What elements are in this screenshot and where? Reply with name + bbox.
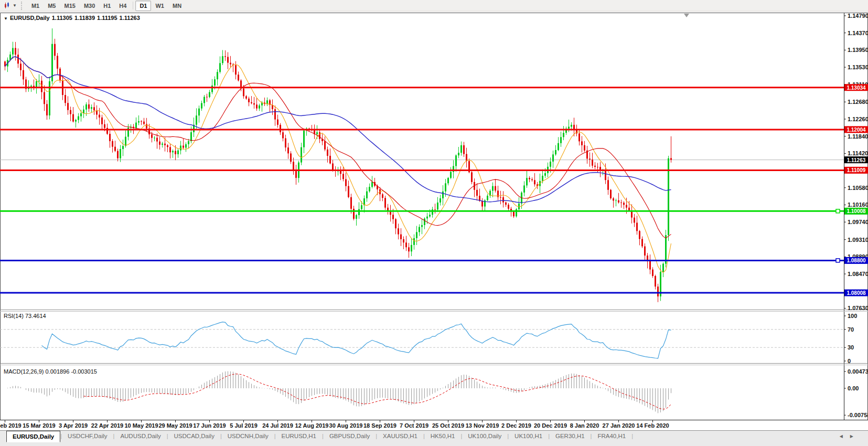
svg-text:30 Aug 2019: 30 Aug 2019 [329, 422, 363, 429]
svg-text:18 Sep 2019: 18 Sep 2019 [363, 422, 397, 429]
svg-text:20 Dec 2019: 20 Dec 2019 [534, 422, 567, 429]
tab-uk100-h1[interactable]: UK100,H1 [509, 431, 548, 441]
chart-symbol-label: EURUSD,Daily [10, 15, 50, 21]
chart-type-button[interactable]: ▼ [2, 2, 19, 9]
svg-text:70: 70 [848, 326, 854, 333]
hline-drag-handle [836, 259, 840, 262]
svg-text:1.11840: 1.11840 [848, 133, 868, 140]
date-axis: 25 Feb 201915 Mar 20193 Apr 201922 Apr 2… [0, 420, 669, 429]
svg-text:24 Jul 2019: 24 Jul 2019 [262, 422, 293, 429]
svg-text:1.10580: 1.10580 [848, 185, 868, 191]
tab-hk50-h1[interactable]: HK50,H1 [425, 431, 461, 441]
svg-text:2 Dec 2019: 2 Dec 2019 [501, 422, 531, 429]
tab-fra40-h1[interactable]: FRA40,H1 [592, 431, 631, 441]
timeframe-button-M5[interactable]: M5 [44, 1, 60, 11]
svg-text:22 Apr 2019: 22 Apr 2019 [91, 422, 123, 429]
rsi-line [42, 322, 671, 358]
timeframe-button-W1[interactable]: W1 [151, 1, 168, 11]
timeframe-buttons: M1M5M15M30H1H4D1W1MN [27, 1, 186, 11]
timeframe-button-H1[interactable]: H1 [99, 1, 115, 11]
price-axis: 1.147901.143701.139501.135301.131101.126… [844, 13, 868, 418]
svg-text:5 Jul 2019: 5 Jul 2019 [230, 422, 258, 429]
candlestick-chart-icon [4, 2, 12, 9]
svg-text:1.11009: 1.11009 [847, 167, 866, 173]
svg-text:0.00: 0.00 [848, 385, 859, 391]
svg-text:1.09310: 1.09310 [848, 237, 868, 243]
svg-text:1.12680: 1.12680 [848, 99, 868, 105]
tab-eurusd-daily[interactable]: EURUSD,Daily [6, 431, 60, 442]
svg-text:1.08008: 1.08008 [846, 290, 866, 296]
svg-text:1.09740: 1.09740 [848, 219, 868, 225]
ohlc-close: 1.11263 [120, 15, 140, 21]
tab-scroll-right-icon[interactable]: ▶ [850, 434, 853, 439]
svg-text:1.14370: 1.14370 [848, 30, 868, 36]
svg-text:1.08470: 1.08470 [848, 271, 868, 277]
tab-gbpusd-daily[interactable]: GBPUSD,Daily [324, 431, 376, 441]
chevron-down-icon: ▼ [13, 3, 17, 8]
svg-text:1.10008: 1.10008 [846, 208, 866, 214]
rsi-indicator-label: RSI(14) 73.4614 [4, 313, 46, 319]
hline-1.08800[interactable] [0, 259, 844, 262]
shift-marker-icon [684, 14, 689, 17]
tab-usdchf-daily[interactable]: USDCHF,Daily [62, 431, 113, 441]
svg-text:1.13530: 1.13530 [848, 64, 868, 70]
svg-text:100: 100 [848, 313, 857, 319]
svg-text:7 Oct 2019: 7 Oct 2019 [400, 422, 428, 429]
chart-frame [0, 13, 868, 420]
timeframe-button-M30[interactable]: M30 [80, 1, 99, 11]
tab-xauusd-h1[interactable]: XAUUSD,H1 [377, 431, 423, 441]
svg-text:1.13034: 1.13034 [846, 85, 866, 91]
svg-text:10 May 2019: 10 May 2019 [124, 422, 158, 429]
svg-text:-0.0075844: -0.0075844 [848, 412, 868, 418]
svg-text:25 Oct 2019: 25 Oct 2019 [432, 422, 464, 429]
svg-text:0: 0 [848, 358, 851, 364]
tab-uk100-daily[interactable]: UK100,Daily [462, 431, 507, 441]
chart-canvas[interactable]: 1.147901.143701.139501.135301.131101.126… [0, 12, 868, 430]
price-marker-1.10008: 1.10008 [844, 208, 868, 215]
symbol-tabs: EURUSD,Daily|USDCHF,Daily|AUDUSD,Daily|U… [6, 431, 633, 442]
price-marker-1.13034: 1.13034 [844, 84, 868, 91]
symbol-tab-bar: EURUSD,Daily|USDCHF,Daily|AUDUSD,Daily|U… [0, 430, 868, 446]
svg-text:1.12004: 1.12004 [846, 127, 866, 133]
svg-text:29 May 2019: 29 May 2019 [158, 422, 192, 429]
price-marker-1.11263: 1.11263 [844, 156, 868, 163]
svg-text:17 Jun 2019: 17 Jun 2019 [193, 422, 226, 429]
price-marker-1.08800: 1.08800 [844, 257, 868, 264]
svg-text:1.08800: 1.08800 [846, 258, 866, 263]
tab-eurusd-h1[interactable]: EURUSD,H1 [276, 431, 322, 441]
svg-text:25 Feb 2019: 25 Feb 2019 [0, 422, 22, 429]
macd-indicator-label: MACD(12,26,9) 0.001896 -0.003015 [4, 368, 97, 375]
svg-text:1.10160: 1.10160 [848, 201, 868, 208]
svg-text:1.13950: 1.13950 [848, 47, 868, 53]
rsi-panel [0, 330, 844, 347]
hline-drag-handle [836, 209, 840, 213]
tab-usdcnh-daily[interactable]: USDCNH,Daily [222, 431, 274, 441]
ohlc-low: 1.11195 [97, 15, 117, 21]
svg-text:27 Jan 2020: 27 Jan 2020 [603, 422, 635, 429]
svg-text:0.004738: 0.004738 [848, 368, 868, 375]
tab-usdcad-daily[interactable]: USDCAD,Daily [168, 431, 220, 441]
symbol-dropdown-icon[interactable]: ▼ [4, 16, 8, 21]
chart-title: ▼EURUSD,Daily1.113051.118391.111951.1126… [4, 15, 140, 21]
tab-scroll-left-icon[interactable]: ◀ [840, 434, 843, 439]
svg-text:1.12260: 1.12260 [848, 116, 868, 122]
timeframe-button-D1[interactable]: D1 [135, 1, 151, 11]
price-marker-1.12004: 1.12004 [844, 126, 868, 133]
timeframe-button-H4[interactable]: H4 [115, 1, 131, 11]
tab-audusd-daily[interactable]: AUDUSD,Daily [114, 431, 166, 441]
svg-text:1.07630: 1.07630 [848, 305, 868, 311]
svg-text:12 Aug 2019: 12 Aug 2019 [295, 422, 329, 429]
timeframe-button-M1[interactable]: M1 [27, 1, 44, 11]
ohlc-open: 1.11305 [52, 15, 72, 21]
price-marker-1.11009: 1.11009 [844, 167, 868, 174]
hline-1.10008[interactable] [0, 209, 844, 213]
timeframe-button-M15[interactable]: M15 [60, 1, 79, 11]
timeframe-button-MN[interactable]: MN [168, 1, 186, 11]
svg-text:1.14790: 1.14790 [848, 13, 868, 19]
timeframe-toolbar: ▼ M1M5M15M30H1H4D1W1MN [0, 0, 868, 12]
tab-separator: | [631, 431, 633, 439]
svg-text:8 Jan 2020: 8 Jan 2020 [570, 422, 599, 429]
svg-text:1.11263: 1.11263 [847, 157, 866, 163]
tab-ger30-h1[interactable]: GER30,H1 [550, 431, 591, 441]
svg-text:1.11420: 1.11420 [848, 150, 868, 156]
